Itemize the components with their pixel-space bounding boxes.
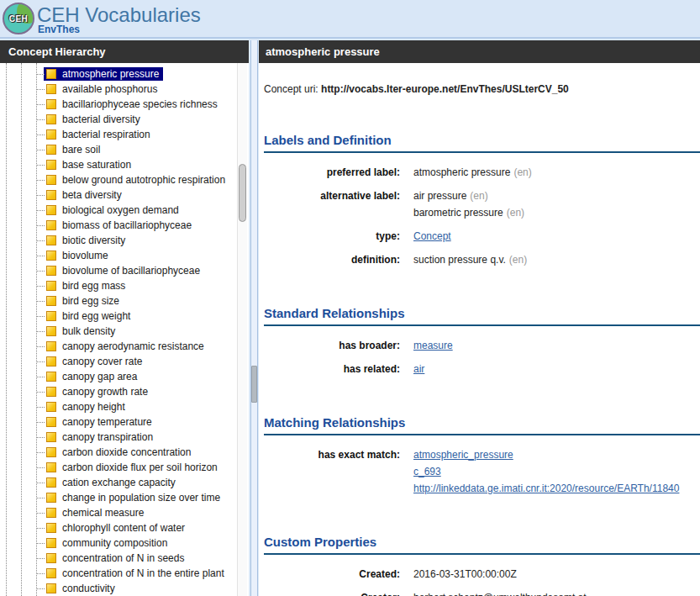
tree-item[interactable]: chlorophyll content of water — [0, 520, 237, 535]
tree-item-inner: chemical measure — [44, 506, 148, 520]
section-matching-relationships: Matching Relationshipshas exact match:at… — [264, 415, 700, 497]
tree-connector-line — [36, 452, 45, 453]
tree-item-inner: bacillariophyceae species richness — [44, 98, 222, 111]
tree-item-label: bird egg mass — [62, 280, 125, 292]
value-link[interactable]: air — [413, 363, 424, 375]
tree-item[interactable]: biovolume — [0, 248, 237, 263]
tree-connector-line — [36, 301, 45, 302]
panel-scrollbar-track[interactable] — [250, 40, 258, 596]
tree-item[interactable]: canopy height — [0, 399, 237, 414]
concept-icon — [46, 341, 56, 351]
tree-item[interactable]: conductivity — [0, 581, 237, 596]
concept-hierarchy-panel: Concept Hierarchy atmospheric pressureav… — [0, 40, 249, 596]
tree-item[interactable]: canopy temperature — [0, 414, 237, 430]
tree-item[interactable]: bird egg size — [0, 293, 237, 309]
value-text: herbert.schentz@umweltbundesamt.at — [413, 592, 587, 596]
tree-item[interactable]: bare soil — [0, 142, 237, 157]
tree-item[interactable]: change in population size over time — [0, 490, 237, 505]
tree-item[interactable]: bacillariophyceae species richness — [0, 97, 237, 112]
tree-item-inner: biovolume — [44, 249, 113, 262]
tree-connector-line — [36, 346, 45, 347]
tree-item[interactable]: community composition — [0, 535, 237, 551]
tree-item[interactable]: atmospheric pressure — [0, 66, 237, 82]
tree-connector-line — [36, 513, 45, 514]
tree-item-label: chemical measure — [62, 507, 144, 519]
concept-icon — [46, 356, 56, 367]
concept-icon — [46, 477, 56, 488]
tree-item-label: below ground autotrophic respiration — [62, 174, 225, 186]
tree-item[interactable]: bacterial respiration — [0, 127, 237, 142]
tree-scrollbar-thumb[interactable] — [239, 164, 246, 222]
tree-item[interactable]: chemical measure — [0, 505, 237, 520]
tree-item[interactable]: bird egg mass — [0, 278, 237, 293]
tree-item-label: canopy height — [62, 401, 125, 413]
property-value-line: 2016-03-31T00:00:00Z — [413, 566, 517, 583]
value-link[interactable]: atmospheric_pressure — [413, 449, 513, 461]
tree-item[interactable]: concentration of N in seeds — [0, 551, 237, 566]
tree-item[interactable]: base saturation — [0, 157, 237, 172]
tree-item[interactable]: biotic diversity — [0, 233, 237, 248]
tree-item[interactable]: concentration of N in the entire plant — [0, 566, 237, 581]
tree-item-label: biomass of bacillariophyceae — [62, 219, 192, 231]
concept-icon — [46, 523, 56, 533]
section-heading: Matching Relationships — [264, 415, 700, 435]
value-link[interactable]: http://linkeddata.ge.imati.cnr.it:2020/r… — [413, 483, 679, 494]
tree-scrollbar[interactable] — [237, 63, 247, 596]
tree-item[interactable]: bacterial diversity — [0, 112, 237, 127]
property-values: herbert.schentz@umweltbundesamt.at — [413, 589, 587, 596]
tree-item[interactable]: below ground autotrophic respiration — [0, 172, 237, 187]
tree-item-label: canopy temperature — [62, 416, 152, 428]
tree-item[interactable]: bird egg weight — [0, 309, 237, 324]
tree-item-inner: bacterial diversity — [44, 113, 145, 126]
tree-item-inner: bulk density — [44, 324, 119, 338]
property-values: atmospheric pressure(en) — [413, 164, 532, 181]
language-tag: (en) — [513, 166, 531, 178]
tree-item[interactable]: available phosphorus — [0, 82, 237, 97]
property-value-line: air — [413, 361, 424, 377]
tree-connector-line — [36, 467, 45, 468]
tree-connector-line — [36, 134, 45, 135]
value-link[interactable]: measure — [413, 340, 453, 351]
tree-connector-line — [36, 498, 45, 498]
tree-item-inner: concentration of N in seeds — [44, 551, 188, 565]
tree-item[interactable]: canopy cover rate — [0, 354, 237, 369]
tree-connector-line — [36, 225, 45, 226]
panel-scrollbar-thumb[interactable] — [251, 366, 257, 403]
tree-connector-line — [36, 483, 45, 483]
tree-item-inner: bare soil — [44, 143, 104, 156]
tree-item-inner: carbon dioxide flux per soil horizon — [44, 461, 222, 474]
tree-item-label: biovolume of bacillariophyceae — [62, 265, 200, 277]
tree-item-label: bacillariophyceae species richness — [62, 98, 218, 110]
concept-icon — [46, 145, 56, 155]
concept-uri-value: http://vocabs.lter-europe.net/EnvThes/US… — [321, 83, 569, 95]
property-values: measure — [413, 337, 453, 354]
tree-connector-line — [36, 377, 45, 377]
tree-item-inner: bird egg mass — [44, 279, 129, 293]
tree-item[interactable]: beta diversity — [0, 187, 237, 203]
property-value-line: measure — [413, 337, 453, 354]
tree-item[interactable]: biological oxygen demand — [0, 203, 237, 218]
property-value-line: c_693 — [413, 463, 679, 480]
concept-icon — [46, 372, 56, 382]
property-label: alternative label: — [264, 187, 400, 221]
tree-item[interactable]: canopy aerodynamic resistance — [0, 339, 237, 354]
tree-item-inner: carbon dioxide concentration — [44, 446, 195, 459]
value-text: barometric pressure — [413, 207, 503, 219]
tree-item[interactable]: biomass of bacillariophyceae — [0, 218, 237, 233]
value-link[interactable]: c_693 — [413, 466, 441, 477]
tree-item[interactable]: canopy gap area — [0, 369, 237, 384]
value-link[interactable]: Concept — [413, 230, 451, 242]
tree-item-label: cation exchange capacity — [62, 477, 176, 488]
tree-item[interactable]: biovolume of bacillariophyceae — [0, 263, 237, 278]
language-tag: (en) — [509, 254, 527, 266]
section-heading: Labels and Definition — [264, 133, 700, 153]
tree-item[interactable]: canopy growth rate — [0, 384, 237, 399]
tree-item[interactable]: carbon dioxide flux per soil horizon — [0, 460, 237, 475]
tree-item[interactable]: carbon dioxide concentration — [0, 445, 237, 460]
panel-scrollbar[interactable] — [249, 40, 259, 596]
tree-connector-line — [36, 165, 45, 166]
tree-item[interactable]: bulk density — [0, 324, 237, 339]
concept-icon — [46, 296, 56, 306]
tree-item[interactable]: cation exchange capacity — [0, 475, 237, 490]
tree-item[interactable]: canopy transpiration — [0, 430, 237, 445]
